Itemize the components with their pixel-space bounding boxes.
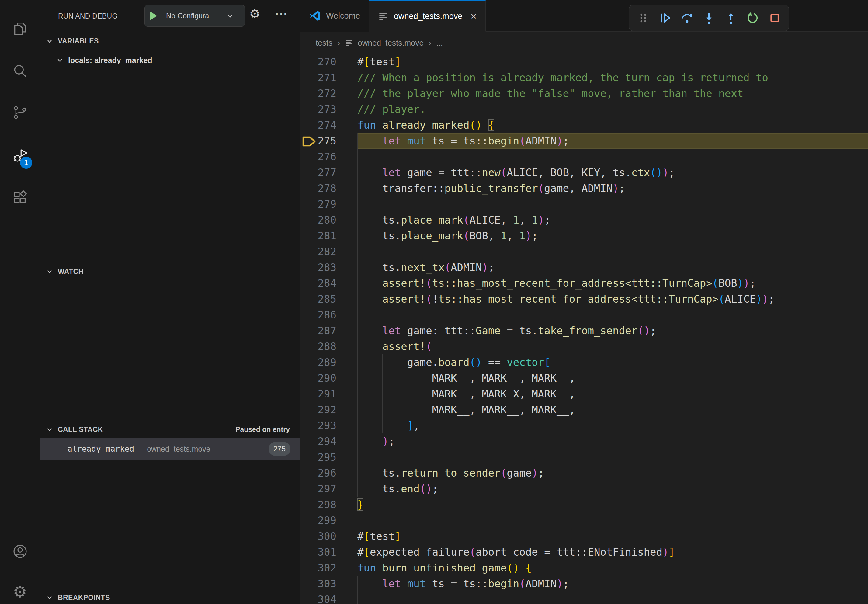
code-line-275[interactable]: 275 let mut ts = ts::begin(ADMIN); <box>300 133 868 149</box>
activity-bar-item-source-control[interactable] <box>0 98 40 127</box>
call-stack-status: Paused on entry <box>236 422 290 437</box>
code-line-285[interactable]: 285 assert!(!ts::has_most_recent_for_add… <box>300 291 868 307</box>
code-line-272[interactable]: 272/// the player who made the "false" m… <box>300 85 868 101</box>
step-over-button[interactable] <box>680 11 694 25</box>
line-number: 293 <box>300 418 336 434</box>
code-line-content: game.board() == vector[ <box>357 354 550 370</box>
breadcrumb: tests›owned_tests.move›... <box>300 32 868 54</box>
drag-button[interactable] <box>636 11 651 25</box>
code-line-293[interactable]: 293 ], <box>300 418 868 434</box>
call-stack-frame-row[interactable]: already_marked owned_tests.move 275 <box>40 438 299 460</box>
code-line-280[interactable]: 280 ts.place_mark(ALICE, 1, 1); <box>300 212 868 228</box>
chevron-down-icon <box>46 37 54 45</box>
variables-section-header[interactable]: VARIABLES <box>40 34 299 49</box>
code-line-content: } <box>357 497 363 513</box>
line-number: 291 <box>300 386 336 402</box>
breadcrumb-separator: › <box>337 38 340 48</box>
step-out-button[interactable] <box>724 11 738 25</box>
activity-bar-item-run-debug[interactable]: 1 <box>0 141 40 170</box>
line-number: 276 <box>300 149 336 164</box>
continue-button[interactable] <box>658 11 673 25</box>
activity-bar-item-extensions[interactable] <box>0 183 40 212</box>
breakpoints-section-header[interactable]: BREAKPOINTS <box>40 590 299 604</box>
breadcrumb-item[interactable]: tests <box>316 38 332 48</box>
line-number: 278 <box>300 180 336 196</box>
code-line-276[interactable]: 276 <box>300 149 868 164</box>
more-actions-icon[interactable]: ⋯ <box>275 7 288 21</box>
code-line-291[interactable]: 291 MARK__, MARK_X, MARK__, <box>300 386 868 402</box>
code-line-303[interactable]: 303 let mut ts = ts::begin(ADMIN); <box>300 576 868 592</box>
code-line-271[interactable]: 271/// When a position is already marked… <box>300 70 868 85</box>
code-line-282[interactable]: 282 <box>300 244 868 259</box>
code-line-289[interactable]: 289 game.board() == vector[ <box>300 354 868 370</box>
code-line-286[interactable]: 286 <box>300 307 868 323</box>
watch-section-header[interactable]: WATCH <box>40 264 299 279</box>
stop-button[interactable] <box>767 11 782 25</box>
code-line-300[interactable]: 300#[test] <box>300 528 868 544</box>
code-line-content: /// player. <box>357 101 426 117</box>
line-number: 289 <box>300 354 336 370</box>
code-line-278[interactable]: 278 transfer::public_transfer(game, ADMI… <box>300 180 868 196</box>
line-number: 274 <box>300 117 336 133</box>
code-line-284[interactable]: 284 assert!(ts::has_most_recent_for_addr… <box>300 275 868 291</box>
code-line-296[interactable]: 296 ts.return_to_sender(game); <box>300 465 868 481</box>
debug-config-dropdown[interactable]: No Configura <box>144 5 245 27</box>
code-line-274[interactable]: 274fun already_marked() { <box>300 117 868 133</box>
step-into-icon <box>702 11 716 25</box>
activity-bar-item-account[interactable] <box>0 537 40 566</box>
indent-guide <box>357 244 358 259</box>
code-line-283[interactable]: 283 ts.next_tx(ADMIN); <box>300 259 868 275</box>
indent-guide <box>357 149 358 164</box>
indent-guide <box>357 307 358 323</box>
code-line-281[interactable]: 281 ts.place_mark(BOB, 1, 1); <box>300 228 868 244</box>
code-line-304[interactable]: 304 <box>300 592 868 604</box>
code-line-297[interactable]: 297 ts.end(); <box>300 481 868 497</box>
launch-settings-gear-icon[interactable]: ⚙ <box>250 7 260 21</box>
code-line-295[interactable]: 295 <box>300 449 868 465</box>
step-into-button[interactable] <box>702 11 716 25</box>
code-line-279[interactable]: 279 <box>300 196 868 212</box>
line-number: 288 <box>300 339 336 354</box>
line-number: 282 <box>300 244 336 259</box>
tab-welcome[interactable]: Welcome <box>300 0 369 32</box>
breadcrumb-item[interactable]: ... <box>436 38 443 48</box>
chevron-down-icon <box>226 12 237 20</box>
breadcrumb-item[interactable]: owned_tests.move <box>345 38 424 48</box>
stack-frame-function: already_marked <box>68 444 134 454</box>
code-line-292[interactable]: 292 MARK__, MARK__, MARK__, <box>300 402 868 418</box>
line-number: 296 <box>300 465 336 481</box>
close-icon[interactable]: ✕ <box>470 12 477 21</box>
code-line-287[interactable]: 287 let game: ttt::Game = ts.take_from_s… <box>300 323 868 339</box>
code-line-content: ); <box>357 434 395 449</box>
code-line-content: /// When a position is already marked, t… <box>357 70 768 85</box>
code-editor[interactable]: 270#[test]271/// When a position is alre… <box>300 54 868 604</box>
code-line-294[interactable]: 294 ); <box>300 434 868 449</box>
indent-guide <box>357 449 358 465</box>
code-line-273[interactable]: 273/// player. <box>300 101 868 117</box>
line-number: 281 <box>300 228 336 244</box>
code-line-302[interactable]: 302fun burn_unfinished_game() { <box>300 560 868 576</box>
stack-frame-file: owned_tests.move <box>147 444 210 454</box>
code-line-290[interactable]: 290 MARK__, MARK__, MARK__, <box>300 370 868 386</box>
explorer-icon <box>12 20 28 36</box>
start-debugging-icon[interactable] <box>145 5 163 26</box>
variables-locals-scope[interactable]: locals: already_marked <box>40 52 299 68</box>
line-number: 272 <box>300 85 336 101</box>
restart-icon <box>746 11 760 25</box>
code-line-299[interactable]: 299 <box>300 513 868 528</box>
code-line-277[interactable]: 277 let game = ttt::new(ALICE, BOB, KEY,… <box>300 164 868 180</box>
activity-bar-item-settings-gear[interactable]: ⚙ <box>0 577 40 604</box>
activity-bar-item-search[interactable] <box>0 56 40 85</box>
sidebar-header: RUN AND DEBUG No Configura ⚙ ⋯ <box>40 0 299 32</box>
tab-owned-tests-move[interactable]: owned_tests.move✕ <box>369 0 486 32</box>
code-line-288[interactable]: 288 assert!( <box>300 339 868 354</box>
activity-bar-item-explorer[interactable] <box>0 14 40 43</box>
code-line-content: ts.place_mark(ALICE, 1, 1); <box>357 212 550 228</box>
code-line-301[interactable]: 301#[expected_failure(abort_code = ttt::… <box>300 544 868 560</box>
code-line-298[interactable]: 298} <box>300 497 868 513</box>
restart-button[interactable] <box>746 11 760 25</box>
call-stack-section-header[interactable]: CALL STACK Paused on entry <box>40 422 299 437</box>
code-line-270[interactable]: 270#[test] <box>300 54 868 70</box>
editor-group: Welcomeowned_tests.move✕ tests›owned_tes… <box>300 0 868 604</box>
code-line-content: assert!( <box>357 339 432 354</box>
